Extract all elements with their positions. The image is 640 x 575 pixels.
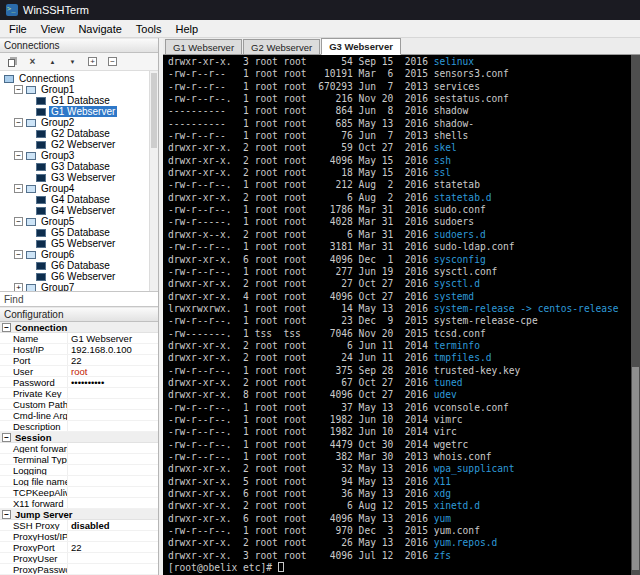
config-value-port[interactable]: 22 <box>68 355 158 365</box>
terminal-line: -rw-r--r--. 1 root root 3181 Mar 31 2016… <box>168 241 631 253</box>
config-row-port: Port22 <box>0 355 158 366</box>
terminal-scrollbar-thumb[interactable] <box>632 367 639 570</box>
config-value-terminal-type[interactable] <box>68 454 158 464</box>
config-value-password[interactable]: •••••••••• <box>68 377 158 387</box>
tree-group-group3[interactable]: −Group3 <box>0 150 158 161</box>
config-value-cmd-line-args[interactable] <box>68 410 158 420</box>
delete-button[interactable]: × <box>24 54 41 69</box>
tree-item-g4-webserver[interactable]: G4 Webserver <box>0 205 158 216</box>
config-label-password: Password <box>0 377 68 387</box>
config-value-log-file-name[interactable] <box>68 476 158 486</box>
config-value-private-key[interactable] <box>68 388 158 398</box>
menu-item-view[interactable]: View <box>34 21 72 37</box>
tree-item-g2-webserver[interactable]: G2 Webserver <box>0 139 158 150</box>
config-value-tcpkeepalive[interactable] <box>68 487 158 497</box>
terminal-line: -rw-r--r--. 1 root root 37 May 13 2016 v… <box>168 402 631 414</box>
collapse-icon[interactable]: − <box>14 217 23 226</box>
connections-scrollbar[interactable] <box>149 71 158 291</box>
collapse-icon[interactable]: − <box>2 433 11 442</box>
config-value-logging[interactable] <box>68 465 158 475</box>
config-value-proxypassword[interactable] <box>68 564 158 574</box>
tab-g3-webserver[interactable]: G3 Webserver <box>321 38 401 55</box>
collapse-icon[interactable]: − <box>2 323 11 332</box>
config-label-name: Name <box>0 333 68 343</box>
terminal-line: drwxr-xr-x. 2 root root 59 Oct 27 2016 s… <box>168 142 631 154</box>
tree-group-group1[interactable]: −Group1 <box>0 84 158 95</box>
config-section-jump-server[interactable]: −Jump Server <box>0 509 158 520</box>
config-row-tcpkeepalive: TCPKeepAlive <box>0 487 158 498</box>
collapse-all-icon: − <box>108 57 117 66</box>
terminal[interactable]: drwxr-xr-x. 3 root root 54 Sep 15 2016 s… <box>163 55 640 575</box>
tree-item-g2-database[interactable]: G2 Database <box>0 128 158 139</box>
config-value-user[interactable]: root <box>68 366 158 376</box>
config-value-ssh-proxy[interactable]: disabled <box>68 520 158 530</box>
tree-group-group2[interactable]: −Group2 <box>0 117 158 128</box>
menu-item-file[interactable]: File <box>2 21 34 37</box>
tree-item-g5-database[interactable]: G5 Database <box>0 227 158 238</box>
connections-scrollbar-thumb[interactable] <box>151 73 157 148</box>
config-value-name[interactable]: G1 Webserver <box>68 333 158 343</box>
config-value-x11-forward[interactable] <box>68 498 158 508</box>
menu-item-tools[interactable]: Tools <box>129 21 169 37</box>
config-value-proxyhost-ip[interactable] <box>68 531 158 541</box>
collapse-icon[interactable]: − <box>14 118 23 127</box>
tree-group-group7[interactable]: +Group7 <box>0 282 158 291</box>
tree-item-g1-webserver[interactable]: G1 Webserver <box>0 106 158 117</box>
move-down-button[interactable]: ▼ <box>64 54 81 69</box>
config-label-x11-forward: X11 forward <box>0 498 68 508</box>
tree-item-g3-webserver[interactable]: G3 Webserver <box>0 172 158 183</box>
move-up-button[interactable]: ▲ <box>44 54 61 69</box>
tree-group-group4[interactable]: −Group4 <box>0 183 158 194</box>
tree-group-group6[interactable]: −Group6 <box>0 249 158 260</box>
config-value-proxyuser[interactable] <box>68 553 158 563</box>
config-row-proxyhost-ip: ProxyHost/IP <box>0 531 158 542</box>
expand-all-button[interactable]: + <box>84 54 101 69</box>
terminal-line: -rw-r--r--. 1 root root 970 Dec 3 2015 y… <box>168 525 631 537</box>
tree-item-g5-webserver[interactable]: G5 Webserver <box>0 238 158 249</box>
terminal-icon <box>36 174 46 182</box>
menu-item-navigate[interactable]: Navigate <box>71 21 128 37</box>
config-value-agent-forward[interactable] <box>68 443 158 453</box>
expand-icon[interactable]: + <box>14 283 23 291</box>
config-label-logging: Logging <box>0 465 68 475</box>
config-section-connection[interactable]: −Connection <box>0 322 158 333</box>
collapse-icon[interactable]: − <box>14 85 23 94</box>
tree-item-label: G4 Webserver <box>49 205 117 216</box>
titlebar: WinSSHTerm <box>0 0 640 20</box>
tree-item-g1-database[interactable]: G1 Database <box>0 95 158 106</box>
config-value-custom-path[interactable] <box>68 399 158 409</box>
config-row-password: Password•••••••••• <box>0 377 158 388</box>
config-section-session[interactable]: −Session <box>0 432 158 443</box>
config-row-proxyuser: ProxyUser <box>0 553 158 564</box>
config-value-description[interactable] <box>68 421 158 431</box>
config-value-host-ip[interactable]: 192.168.0.100 <box>68 344 158 354</box>
config-row-x11-forward: X11 forward <box>0 498 158 509</box>
collapse-icon[interactable]: − <box>14 184 23 193</box>
collapse-icon[interactable]: − <box>14 250 23 259</box>
find-input[interactable] <box>0 292 158 306</box>
terminal-icon <box>36 141 46 149</box>
terminal-scrollbar[interactable] <box>631 55 640 575</box>
terminal-line: drwxr-x--x. 2 root root 6 Mar 31 2016 su… <box>168 229 631 241</box>
menu-item-help[interactable]: Help <box>169 21 206 37</box>
tree-item-label: G3 Webserver <box>49 172 117 183</box>
menu-bar: FileViewNavigateToolsHelp <box>0 20 640 38</box>
tree-item-g4-database[interactable]: G4 Database <box>0 194 158 205</box>
collapse-icon[interactable]: − <box>14 151 23 160</box>
config-label-description: Description <box>0 421 68 431</box>
config-row-agent-forward: Agent forward <box>0 443 158 454</box>
tree-root[interactable]: Connections <box>0 73 158 84</box>
collapse-icon[interactable]: − <box>2 510 11 519</box>
terminal-line: -rw-r--r--. 1 root root 277 Jun 19 2016 … <box>168 266 631 278</box>
collapse-all-button[interactable]: − <box>104 54 121 69</box>
tab-g1-webserver[interactable]: G1 Webserver <box>165 39 242 54</box>
tree-item-g6-webserver[interactable]: G6 Webserver <box>0 271 158 282</box>
tree-item-g3-database[interactable]: G3 Database <box>0 161 158 172</box>
duplicate-button[interactable] <box>4 54 21 69</box>
tree-item-g6-database[interactable]: G6 Database <box>0 260 158 271</box>
tree-group-group5[interactable]: −Group5 <box>0 216 158 227</box>
tree-item-label: G2 Database <box>49 128 112 139</box>
tab-g2-webserver[interactable]: G2 Webserver <box>243 39 320 54</box>
configuration-panel-title: Configuration <box>4 309 63 320</box>
config-value-proxyport[interactable]: 22 <box>68 542 158 552</box>
